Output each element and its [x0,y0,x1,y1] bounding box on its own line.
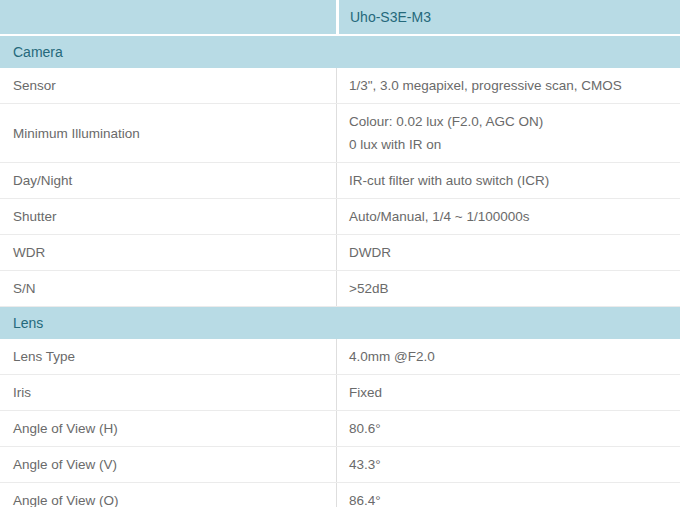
spec-value: 4.0mm @F2.0 [336,339,680,374]
spec-label: Shutter [0,199,336,234]
spec-value: Colour: 0.02 lux (F2.0, AGC ON) 0 lux wi… [336,104,680,162]
spec-value: IR-cut filter with auto switch (ICR) [336,163,680,198]
header-cell-blank [0,0,336,34]
section-header-lens: Lens [0,307,680,339]
table-row: Angle of View (V)43.3° [0,447,680,483]
spec-label: Iris [0,375,336,410]
table-row: S/N>52dB [0,271,680,307]
spec-label: Angle of View (V) [0,447,336,482]
table-row: ShutterAuto/Manual, 1/4 ~ 1/100000s [0,199,680,235]
spec-value: DWDR [336,235,680,270]
section-title: Lens [13,315,43,331]
table-row: Day/NightIR-cut filter with auto switch … [0,163,680,199]
spec-value: Auto/Manual, 1/4 ~ 1/100000s [336,199,680,234]
table-row: Lens Type4.0mm @F2.0 [0,339,680,375]
spec-label: Day/Night [0,163,336,198]
table-body: CameraSensor1/3", 3.0 megapixel, progres… [0,36,680,507]
spec-value: 43.3° [336,447,680,482]
spec-value: >52dB [336,271,680,306]
section-header-camera: Camera [0,36,680,68]
spec-value: Fixed [336,375,680,410]
spec-label: Lens Type [0,339,336,374]
table-row: WDRDWDR [0,235,680,271]
spec-label: Angle of View (O) [0,483,336,507]
table-row: Minimum IlluminationColour: 0.02 lux (F2… [0,104,680,163]
spec-label: S/N [0,271,336,306]
spec-label: Angle of View (H) [0,411,336,446]
spec-table: Uho-S3E-M3 CameraSensor1/3", 3.0 megapix… [0,0,680,507]
spec-label: WDR [0,235,336,270]
table-row: Angle of View (H)80.6° [0,411,680,447]
spec-label: Sensor [0,68,336,103]
table-row: Angle of View (O)86.4° [0,483,680,507]
spec-value: 86.4° [336,483,680,507]
table-header-row: Uho-S3E-M3 [0,0,680,34]
section-title: Camera [13,44,63,60]
spec-label: Minimum Illumination [0,104,336,162]
product-column-header: Uho-S3E-M3 [336,0,680,34]
spec-value: 80.6° [336,411,680,446]
table-row: Sensor1/3", 3.0 megapixel, progressive s… [0,68,680,104]
spec-value: 1/3", 3.0 megapixel, progressive scan, C… [336,68,680,103]
table-row: IrisFixed [0,375,680,411]
